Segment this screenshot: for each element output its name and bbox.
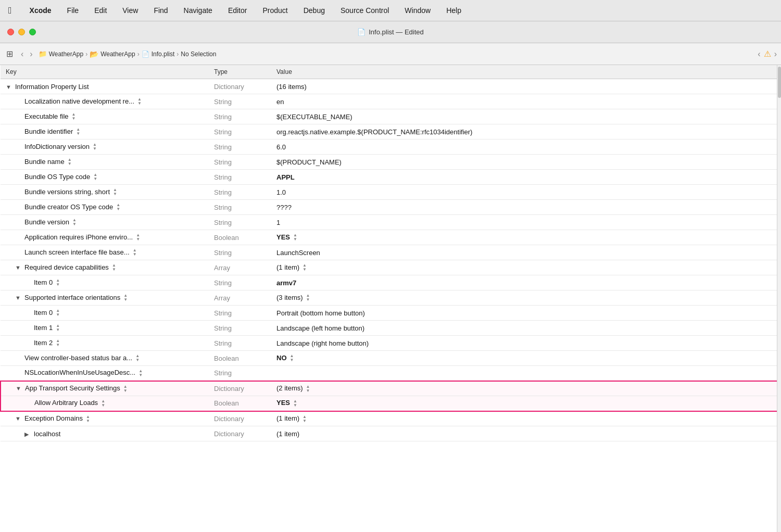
cell-value[interactable]: $(PRODUCT_NAME) [271, 155, 780, 170]
cell-value[interactable]: (1 item) [271, 426, 780, 441]
value-stepper[interactable]: ▲▼ [86, 415, 90, 423]
file-menu[interactable]: File [64, 5, 82, 16]
value-stepper[interactable]: ▲▼ [136, 233, 140, 242]
value-stepper[interactable]: ▲▼ [133, 248, 137, 257]
breadcrumb-weatherapp-folder[interactable]: 📂 WeatherApp [90, 50, 135, 58]
table-row[interactable]: Executable file▲▼String$(EXECUTABLE_NAME… [1, 109, 780, 124]
value-stepper[interactable]: ▲▼ [56, 324, 60, 332]
navigate-menu[interactable]: Navigate [181, 5, 216, 16]
cell-value[interactable]: armv7 [271, 275, 780, 290]
table-row[interactable]: View controller-based status bar a...▲▼B… [1, 351, 780, 366]
table-row[interactable]: localhostDictionary(1 item) [1, 426, 780, 441]
cell-value[interactable]: (3 items)▲▼ [271, 290, 780, 306]
sidebar-toggle-icon[interactable]: ⊞ [4, 48, 15, 60]
debug-menu[interactable]: Debug [300, 5, 328, 16]
disclosure-icon[interactable] [15, 295, 22, 301]
minimize-button[interactable] [18, 29, 25, 35]
value-stepper[interactable]: ▲▼ [68, 158, 72, 166]
value-stepper[interactable]: ▲▼ [138, 369, 143, 377]
find-menu[interactable]: Find [150, 5, 171, 16]
close-button[interactable] [7, 29, 14, 35]
cell-value[interactable]: Portrait (bottom home button) [271, 306, 780, 321]
table-row[interactable]: NSLocationWhenInUseUsageDesc...▲▼String [1, 366, 780, 381]
table-row[interactable]: Bundle identifier▲▼Stringorg.reactjs.nat… [1, 124, 780, 140]
disclosure-icon[interactable] [6, 84, 13, 90]
table-row[interactable]: Item 2▲▼StringLandscape (right home butt… [1, 336, 780, 351]
table-row[interactable]: Information Property ListDictionary(16 i… [1, 79, 780, 94]
table-row[interactable]: Bundle OS Type code▲▼StringAPPL [1, 170, 780, 185]
breadcrumb-infoplist[interactable]: 📄 Info.plist [142, 50, 175, 58]
value-stepper-right[interactable]: ▲▼ [290, 354, 294, 362]
value-stepper[interactable]: ▲▼ [113, 188, 117, 196]
table-row[interactable]: Bundle name▲▼String$(PRODUCT_NAME) [1, 155, 780, 170]
value-stepper[interactable]: ▲▼ [76, 128, 80, 136]
cell-value[interactable] [271, 366, 780, 381]
value-stepper-right[interactable]: ▲▼ [293, 399, 297, 408]
value-stepper[interactable]: ▲▼ [112, 263, 116, 272]
value-stepper[interactable]: ▲▼ [116, 203, 120, 211]
xcode-menu[interactable]: Xcode [27, 5, 55, 16]
value-stepper[interactable]: ▲▼ [56, 339, 60, 347]
cell-value[interactable]: Landscape (right home button) [271, 336, 780, 351]
nav-next-icon[interactable]: › [774, 49, 777, 59]
disclosure-icon[interactable] [24, 431, 32, 438]
table-row[interactable]: Item 1▲▼StringLandscape (left home butto… [1, 321, 780, 336]
table-row[interactable]: App Transport Security Settings▲▼Diction… [1, 381, 780, 396]
apple-menu[interactable]:  [5, 4, 15, 17]
value-stepper[interactable]: ▲▼ [135, 354, 140, 362]
cell-value[interactable]: APPL [271, 170, 780, 185]
cell-value[interactable]: 1.0 [271, 185, 780, 200]
cell-value[interactable]: Landscape (left home button) [271, 321, 780, 336]
view-menu[interactable]: View [119, 5, 141, 16]
table-row[interactable]: Allow Arbitrary Loads▲▼BooleanYES▲▼ [1, 396, 780, 411]
table-row[interactable]: Bundle creator OS Type code▲▼String???? [1, 200, 780, 215]
cell-value[interactable]: org.reactjs.native.example.$(PRODUCT_NAM… [271, 124, 780, 140]
table-row[interactable]: Bundle versions string, short▲▼String1.0 [1, 185, 780, 200]
help-menu[interactable]: Help [443, 5, 464, 16]
table-row[interactable]: Exception Domains▲▼Dictionary(1 item)▲▼ [1, 411, 780, 426]
value-stepper[interactable]: ▲▼ [56, 278, 60, 287]
scrollbar-right[interactable] [777, 65, 781, 532]
cell-value[interactable]: YES▲▼ [271, 230, 780, 245]
table-row[interactable]: Supported interface orientations▲▼Array(… [1, 290, 780, 306]
value-stepper[interactable]: ▲▼ [101, 399, 105, 408]
table-row[interactable]: Localization native development re...▲▼S… [1, 94, 780, 109]
cell-value[interactable]: $(EXECUTABLE_NAME) [271, 109, 780, 124]
nav-prev-icon[interactable]: ‹ [758, 49, 760, 59]
table-row[interactable]: InfoDictionary version▲▼String6.0 [1, 140, 780, 155]
disclosure-icon[interactable] [15, 264, 22, 271]
source-control-menu[interactable]: Source Control [337, 5, 392, 16]
cell-value[interactable]: YES▲▼ [271, 396, 780, 411]
cell-value[interactable]: LaunchScreen [271, 245, 780, 260]
value-stepper-right[interactable]: ▲▼ [303, 263, 307, 272]
table-row[interactable]: Required device capabilities▲▼Array(1 it… [1, 260, 780, 275]
editor-menu[interactable]: Editor [225, 5, 250, 16]
table-row[interactable]: Item 0▲▼StringPortrait (bottom home butt… [1, 306, 780, 321]
back-button[interactable]: ‹ [18, 48, 26, 60]
cell-value[interactable]: NO▲▼ [271, 351, 780, 366]
value-stepper[interactable]: ▲▼ [93, 143, 97, 151]
cell-value[interactable]: ???? [271, 200, 780, 215]
value-stepper-right[interactable]: ▲▼ [306, 294, 310, 302]
table-row[interactable]: Application requires iPhone enviro...▲▼B… [1, 230, 780, 245]
value-stepper[interactable]: ▲▼ [123, 294, 128, 302]
edit-menu[interactable]: Edit [91, 5, 110, 16]
product-menu[interactable]: Product [259, 5, 291, 16]
window-menu[interactable]: Window [401, 5, 434, 16]
cell-value[interactable]: en [271, 94, 780, 109]
value-stepper[interactable]: ▲▼ [56, 309, 60, 317]
value-stepper[interactable]: ▲▼ [72, 112, 76, 121]
table-row[interactable]: Bundle version▲▼String1 [1, 215, 780, 230]
table-row[interactable]: Item 0▲▼Stringarmv7 [1, 275, 780, 290]
value-stepper[interactable]: ▲▼ [137, 97, 142, 106]
maximize-button[interactable] [29, 29, 36, 35]
value-stepper-right[interactable]: ▲▼ [303, 415, 307, 423]
table-row[interactable]: Launch screen interface file base...▲▼St… [1, 245, 780, 260]
cell-value[interactable]: 1 [271, 215, 780, 230]
cell-value[interactable]: (1 item)▲▼ [271, 260, 780, 275]
plist-scroll[interactable]: Key Type Value Information Property List… [0, 65, 781, 532]
value-stepper[interactable]: ▲▼ [93, 173, 97, 181]
breadcrumb-weatherapp-root[interactable]: 📁 WeatherApp [39, 50, 84, 58]
disclosure-icon[interactable] [16, 385, 23, 391]
value-stepper[interactable]: ▲▼ [72, 218, 77, 226]
